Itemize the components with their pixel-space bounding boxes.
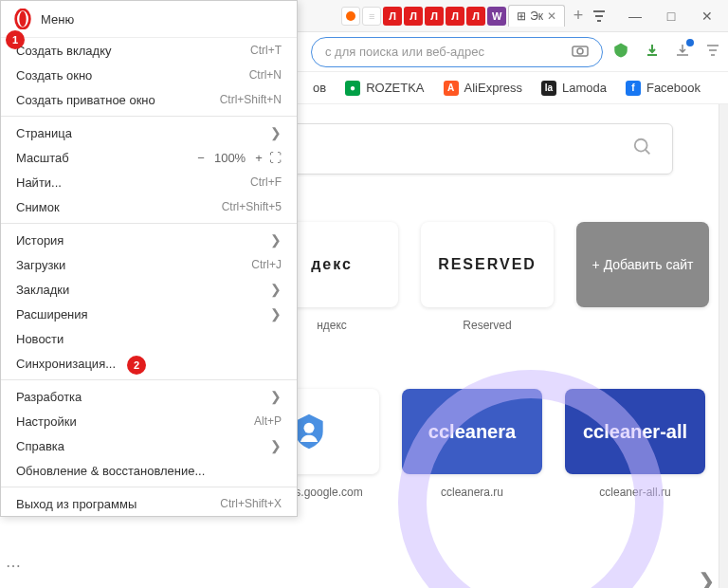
- address-placeholder: с для поиска или веб-адрес: [325, 45, 484, 59]
- menu-item[interactable]: Выход из программыCtrl+Shift+X: [1, 491, 297, 516]
- menu-item[interactable]: Расширения❯: [1, 302, 297, 326]
- menu-item[interactable]: Создать окноCtrl+N: [1, 63, 297, 87]
- downloads-button[interactable]: [675, 43, 690, 62]
- menu-item-label: Создать приватное окно: [16, 93, 220, 107]
- add-site-tile[interactable]: + Добавить сайт: [576, 222, 709, 307]
- tab-favicon[interactable]: Л: [404, 7, 423, 26]
- menu-shortcut: Alt+P: [254, 414, 282, 428]
- menu-item-label: Новости: [16, 332, 282, 346]
- menu-item[interactable]: НастройкиAlt+P: [1, 409, 297, 433]
- menu-item-label: Закладки: [16, 283, 270, 297]
- menu-item[interactable]: Создать приватное окноCtrl+Shift+N: [1, 87, 297, 112]
- menu-shortcut: Ctrl+Shift+5: [222, 200, 282, 213]
- menu-item-label: Загрузки: [16, 258, 251, 272]
- bookmark-icon: A: [444, 81, 459, 96]
- tile-caption: ccleaner-all.ru: [565, 486, 705, 499]
- maximize-button[interactable]: □: [662, 7, 681, 26]
- menu-item-label: История: [16, 233, 270, 248]
- menu-shortcut: Ctrl+Shift+N: [220, 93, 282, 106]
- menu-item-label: Обновление & восстановление...: [16, 464, 282, 478]
- download-icon[interactable]: [645, 43, 660, 62]
- chevron-right-icon: ❯: [270, 438, 282, 453]
- scrollbar-track[interactable]: [719, 104, 728, 588]
- menu-item-label: Снимок: [16, 200, 222, 214]
- tile-caption: [576, 319, 709, 332]
- address-input[interactable]: с для поиска или веб-адрес: [311, 37, 603, 67]
- menu-item-label: Справка: [16, 439, 270, 453]
- window-controls: — □ ✕: [590, 7, 728, 26]
- svg-point-5: [635, 139, 647, 152]
- menu-item[interactable]: Новости: [1, 326, 297, 351]
- chevron-right-icon: ❯: [270, 232, 282, 248]
- speed-dial-tile[interactable]: RESERVED: [421, 222, 554, 307]
- bookmark-item[interactable]: laLamoda: [541, 81, 607, 96]
- svg-point-2: [346, 11, 355, 21]
- search-icon: [632, 137, 653, 161]
- menu-item[interactable]: Масштаб− 100% + ⛶: [1, 145, 297, 170]
- bookmark-item[interactable]: ов: [313, 81, 326, 95]
- chevron-right-icon: ❯: [270, 282, 282, 297]
- menu-shortcut: Ctrl+J: [251, 258, 282, 271]
- menu-item[interactable]: Найти...Ctrl+F: [1, 170, 297, 194]
- tab-favicon[interactable]: W: [487, 7, 506, 26]
- active-tab[interactable]: ⊞ Эк ✕: [508, 5, 565, 27]
- new-tab-button[interactable]: +: [567, 5, 590, 28]
- bookmark-item[interactable]: ●ROZETKA: [345, 81, 424, 96]
- menu-item[interactable]: Разработка❯: [1, 384, 297, 409]
- menu-item[interactable]: ЗагрузкиCtrl+J: [1, 252, 297, 277]
- menu-item[interactable]: Закладки❯: [1, 277, 297, 302]
- menu-item[interactable]: Создать вкладкуCtrl+T: [1, 38, 297, 63]
- menu-item-label: Создать окно: [16, 68, 249, 83]
- menu-header: Меню: [1, 1, 297, 38]
- chevron-right-icon: ❯: [270, 389, 282, 404]
- menu-divider: [1, 223, 297, 224]
- close-button[interactable]: ✕: [698, 7, 717, 26]
- download-badge: [686, 39, 694, 46]
- menu-item-label: Выход из программы: [16, 497, 220, 511]
- tab-favicon[interactable]: Л: [466, 7, 485, 26]
- tile-caption: ccleanera.ru: [402, 486, 542, 499]
- menu-item[interactable]: Страница❯: [1, 120, 297, 145]
- tab-favicon[interactable]: [341, 7, 360, 26]
- tab-favicon[interactable]: Л: [446, 7, 464, 26]
- main-menu: Меню Создать вкладкуCtrl+TСоздать окноCt…: [0, 0, 298, 517]
- tile-label-row: ндекс Reserved: [265, 319, 709, 332]
- speed-dial-tile[interactable]: ccleanera: [402, 389, 542, 474]
- menu-item[interactable]: Справка❯: [1, 433, 297, 458]
- easy-setup-button[interactable]: [705, 44, 720, 61]
- bookmark-icon: f: [626, 81, 641, 96]
- menu-item[interactable]: Обновление & восстановление...: [1, 458, 297, 483]
- minimize-button[interactable]: —: [626, 7, 645, 26]
- easy-setup-icon[interactable]: [590, 7, 609, 26]
- tab-close-button[interactable]: ✕: [547, 9, 556, 23]
- tile-row: дeкс RESERVED + Добавить сайт: [265, 222, 709, 307]
- bookmark-item[interactable]: fFacebook: [626, 81, 701, 96]
- menu-shortcut: Ctrl+Shift+X: [220, 497, 282, 510]
- more-icon[interactable]: ⋯: [6, 557, 23, 575]
- next-page-arrow[interactable]: ❯: [698, 569, 715, 588]
- menu-item[interactable]: Синхронизация...: [1, 351, 297, 376]
- annotation-marker-1: 1: [6, 30, 25, 49]
- opera-logo-icon: [12, 9, 33, 29]
- menu-item-label: Расширения: [16, 307, 270, 322]
- menu-title: Меню: [41, 12, 74, 27]
- tab-favicon[interactable]: Л: [425, 7, 444, 26]
- menu-shortcut: Ctrl+F: [250, 175, 282, 189]
- zoom-controls[interactable]: − 100% + ⛶: [197, 151, 282, 165]
- menu-item-label: Разработка: [16, 390, 270, 404]
- adblock-icon[interactable]: [612, 42, 629, 63]
- speed-dial-tile[interactable]: ccleaner-all: [565, 389, 705, 474]
- svg-point-4: [577, 48, 583, 54]
- menu-item[interactable]: СнимокCtrl+Shift+5: [1, 194, 297, 219]
- tab-favicon[interactable]: Л: [383, 7, 402, 26]
- tab-favicon[interactable]: ≡: [362, 7, 381, 26]
- camera-icon[interactable]: [572, 44, 589, 60]
- svg-point-9: [19, 11, 26, 28]
- annotation-marker-2: 2: [127, 356, 146, 375]
- menu-item-label: Масштаб: [16, 151, 197, 165]
- menu-item[interactable]: История❯: [1, 228, 297, 252]
- tab-label: Эк: [530, 9, 543, 23]
- svg-point-6: [304, 423, 315, 433]
- bookmark-item[interactable]: AAliExpress: [444, 81, 522, 96]
- menu-shortcut: Ctrl+N: [249, 68, 282, 82]
